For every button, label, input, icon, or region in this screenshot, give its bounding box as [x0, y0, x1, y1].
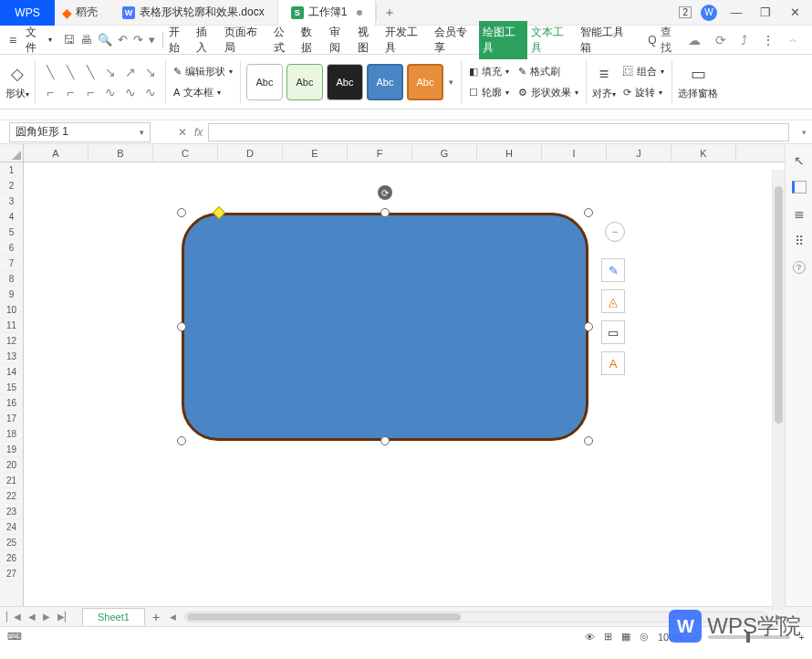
col-header[interactable]: D [218, 144, 283, 162]
col-header[interactable]: C [153, 144, 218, 162]
more-icon[interactable]: ⋮ [762, 33, 775, 47]
name-box[interactable]: 圆角矩形 1 ▾ [9, 122, 151, 142]
preset-white[interactable]: Abc [246, 64, 283, 100]
wps-logo[interactable]: WPS [0, 0, 55, 26]
qat-undo-icon[interactable]: ↶ [118, 33, 128, 47]
wps-account-icon[interactable]: W [701, 5, 717, 21]
curve-icon[interactable]: ∿ [101, 83, 120, 101]
row-header[interactable]: 6 [0, 240, 23, 256]
fx-icon[interactable]: fx [194, 126, 203, 139]
row-header[interactable]: 27 [0, 566, 23, 581]
row-header[interactable]: 8 [0, 271, 23, 287]
preset-orange[interactable]: Abc [407, 64, 443, 100]
row-header[interactable]: 15 [0, 380, 23, 395]
window-close-button[interactable]: ✕ [785, 5, 805, 19]
help-icon[interactable]: ? [793, 261, 806, 274]
view-eye-icon[interactable]: 👁 [585, 632, 595, 643]
resize-handle-se[interactable] [584, 436, 593, 445]
connector-icon[interactable]: ⌐ [81, 83, 99, 101]
curve-icon[interactable]: ∿ [141, 83, 160, 101]
select-all-corner[interactable] [0, 144, 24, 162]
line-icon[interactable]: ╲ [61, 63, 79, 81]
row-header[interactable]: 21 [0, 473, 23, 488]
row-header[interactable]: 24 [0, 519, 23, 535]
line-icon[interactable]: ╲ [81, 63, 99, 81]
resize-handle-nw[interactable] [177, 208, 186, 217]
ribbon-tab-0[interactable]: 开始 [165, 21, 193, 59]
curve-icon[interactable]: ∿ [121, 83, 140, 101]
group-button[interactable]: ⿴组合▾ [621, 64, 666, 79]
outline-tool-icon[interactable]: ▭ [601, 320, 625, 344]
view-grid-icon[interactable]: ⊞ [604, 631, 612, 643]
col-header[interactable]: B [88, 144, 153, 162]
qat-preview-icon[interactable]: 🔍 [98, 33, 112, 47]
row-header[interactable]: 23 [0, 504, 23, 519]
row-header[interactable]: 10 [0, 302, 23, 318]
arrow-icon[interactable]: ↗ [121, 63, 140, 81]
row-header[interactable]: 9 [0, 287, 23, 302]
connector-icon[interactable]: ⌐ [61, 83, 79, 101]
align-button[interactable]: ≡ 对齐▾ [592, 63, 616, 100]
col-header[interactable]: I [542, 144, 607, 162]
pen-tool-icon[interactable]: ✎ [601, 258, 625, 282]
sheet-nav-last[interactable]: ▶▏ [55, 610, 75, 623]
collapse-ribbon-icon[interactable]: ︿ [789, 34, 797, 46]
resize-handle-n[interactable] [380, 208, 390, 217]
sheet-nav-first[interactable]: ▏◀ [4, 610, 24, 623]
badge-number[interactable]: 2 [679, 6, 692, 18]
fill-tool-icon[interactable]: ◬ [601, 289, 625, 313]
view-camera-icon[interactable]: ◎ [640, 631, 649, 643]
row-header[interactable]: 4 [0, 209, 23, 225]
shape-insert-button[interactable]: ◇ 形状▾ [5, 63, 29, 100]
vscroll-thumb[interactable] [775, 186, 783, 424]
row-header[interactable]: 11 [0, 318, 23, 333]
line-presets-grid[interactable]: ╲ ╲ ╲ ↘ ↗ ↘ ⌐ ⌐ ⌐ ∿ ∿ ∿ [41, 63, 160, 101]
settings-icon[interactable]: ⠿ [795, 234, 804, 248]
preset-green[interactable]: Abc [286, 64, 323, 100]
connector-icon[interactable]: ⌐ [41, 83, 59, 101]
tab-daike[interactable]: ◆ 稻壳 [55, 0, 109, 26]
qat-print-icon[interactable]: 🖶 [80, 33, 92, 47]
col-header[interactable]: J [607, 144, 671, 162]
preset-blue[interactable]: Abc [367, 64, 403, 100]
selection-pane-button[interactable]: ▭ 选择窗格 [678, 63, 718, 100]
sheet-nav-prev[interactable]: ◀ [26, 610, 38, 623]
new-tab-button[interactable]: ＋ [377, 5, 402, 21]
text-tool-icon[interactable]: A [601, 351, 625, 375]
resize-handle-e[interactable] [584, 322, 593, 331]
row-header[interactable]: 20 [0, 457, 23, 473]
ribbon-tab-11[interactable]: 智能工具箱 [577, 21, 636, 59]
panel-icon[interactable] [792, 181, 807, 194]
ribbon-tab-4[interactable]: 数据 [297, 21, 326, 59]
ribbon-tab-2[interactable]: 页面布局 [221, 21, 269, 59]
row-header[interactable]: 12 [0, 333, 23, 349]
ribbon-tab-1[interactable]: 插入 [193, 21, 221, 59]
file-menu[interactable]: 文件 ▾ [22, 23, 56, 58]
window-restore-button[interactable]: ❐ [755, 5, 776, 19]
shape-effects-button[interactable]: ⚙形状效果▾ [516, 85, 580, 100]
hamburger-icon[interactable]: ≡ [5, 31, 20, 49]
qat-caret-icon[interactable]: ▾ [149, 33, 155, 47]
row-header[interactable]: 17 [0, 411, 23, 426]
row-header[interactable]: 18 [0, 426, 23, 442]
col-header[interactable]: H [477, 144, 542, 162]
col-header[interactable]: K [671, 144, 736, 162]
sheet-nav-next[interactable]: ▶ [40, 610, 53, 623]
ribbon-tab-3[interactable]: 公式 [270, 21, 298, 59]
arrow-icon[interactable]: ↘ [101, 63, 120, 81]
hscroll-left-icon[interactable]: ◀ [167, 612, 179, 622]
row-header[interactable]: 3 [0, 194, 23, 209]
cells-canvas[interactable]: ⟳ − ✎ ◬ ▭ A [24, 162, 785, 606]
ribbon-tab-10[interactable]: 文本工具 [527, 21, 576, 59]
cursor-icon[interactable]: ↖ [794, 153, 805, 168]
preset-more-icon[interactable]: ▾ [447, 78, 455, 87]
formula-expand-icon[interactable]: ▾ [796, 128, 812, 137]
col-header[interactable]: G [412, 144, 477, 162]
col-header[interactable]: E [283, 144, 348, 162]
row-header[interactable]: 1 [0, 162, 23, 178]
ribbon-tab-9[interactable]: 绘图工具 [479, 21, 527, 59]
outline-button[interactable]: ☐轮廓▾ [467, 85, 511, 100]
qat-redo-icon[interactable]: ↷ [133, 33, 143, 47]
properties-icon[interactable]: ≣ [794, 206, 805, 221]
resize-handle-sw[interactable] [177, 436, 186, 445]
